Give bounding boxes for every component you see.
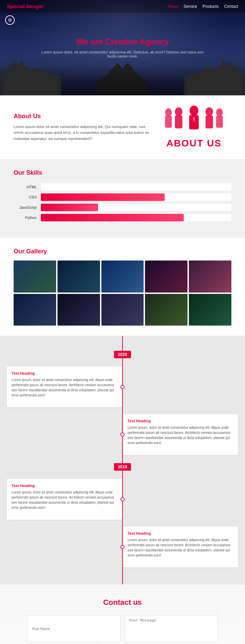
about-heading: About Us bbox=[14, 113, 150, 120]
timeline-empty bbox=[0, 523, 106, 571]
svg-point-2 bbox=[175, 107, 182, 116]
skill-bar-fill-python bbox=[41, 214, 184, 221]
timeline-card-body: Lorem ipsum, dolor sit amet consectetur … bbox=[12, 377, 117, 398]
svg-rect-1 bbox=[165, 116, 172, 128]
svg-point-9 bbox=[216, 108, 223, 116]
gallery-item[interactable] bbox=[58, 261, 100, 293]
logo-special: Special bbox=[7, 3, 25, 9]
navbar: Special Desgin About Service Products Co… bbox=[0, 0, 245, 13]
skill-bar-bg-python bbox=[41, 214, 231, 221]
nav-service[interactable]: Service bbox=[183, 4, 197, 9]
logo-design: Desgin bbox=[25, 3, 43, 9]
skills-heading: Our Skills bbox=[14, 169, 231, 176]
timeline-card: Test Heading Lorem ipsum, dolor sit amet… bbox=[123, 414, 238, 455]
gallery-item[interactable] bbox=[145, 294, 187, 326]
gallery-item[interactable] bbox=[101, 261, 144, 293]
skill-bar-bg-js bbox=[41, 204, 231, 211]
gallery-item[interactable] bbox=[101, 294, 144, 326]
timeline-card-heading: Test Heading bbox=[128, 531, 233, 535]
timeline-card-heading: Test Heading bbox=[12, 371, 117, 375]
gallery-item[interactable] bbox=[189, 261, 231, 293]
contact-form: Send bbox=[27, 615, 218, 644]
people-icon bbox=[160, 106, 228, 136]
hero-wolves bbox=[0, 54, 245, 95]
timeline-dot bbox=[120, 545, 125, 549]
message-input[interactable] bbox=[125, 615, 218, 642]
skills-section: Our Skills HTML CSS JavaScript Python bbox=[0, 159, 245, 238]
timeline-card: Test Heading Lorem ipsum, dolor sit amet… bbox=[7, 366, 122, 407]
nav-contact[interactable]: Contact bbox=[224, 4, 238, 9]
gallery-heading: Our Gallery bbox=[14, 248, 231, 255]
gallery-grid bbox=[14, 261, 231, 326]
gallery-item[interactable] bbox=[189, 294, 231, 326]
skill-label-css: CSS bbox=[14, 195, 41, 199]
timeline-card-heading: Test Heading bbox=[128, 419, 233, 423]
timeline-dot bbox=[120, 497, 125, 501]
gallery-section: Our Gallery bbox=[0, 238, 245, 336]
timeline-section: 2020 Test Heading Lorem ipsum, dolor sit… bbox=[0, 336, 245, 584]
svg-rect-3 bbox=[175, 115, 182, 128]
skill-html: HTML bbox=[14, 183, 231, 191]
about-text: About Us Lorem ipsum dolor sit amet cons… bbox=[14, 113, 157, 142]
gallery-item[interactable] bbox=[58, 294, 100, 326]
skill-css: CSS bbox=[14, 193, 231, 201]
timeline-empty bbox=[0, 411, 106, 458]
nav-about[interactable]: About bbox=[167, 4, 178, 9]
year-2019-badge: 2019 bbox=[114, 463, 131, 471]
year-2020-spacer: 2020 bbox=[0, 349, 245, 360]
contact-row-1 bbox=[27, 615, 218, 642]
svg-rect-8 bbox=[206, 115, 213, 128]
gallery-item[interactable] bbox=[14, 294, 56, 326]
wolf-left-icon bbox=[0, 58, 61, 95]
timeline-card-body: Lorem ipsum, dolor sit amet consectetur … bbox=[12, 490, 117, 510]
about-body: Lorem ipsum dolor sit amet consectetur a… bbox=[14, 124, 150, 142]
svg-rect-10 bbox=[216, 116, 223, 128]
hero-text: We are Creative Agency Lorem ipsum dolor… bbox=[37, 37, 208, 58]
skill-label-python: Python bbox=[14, 216, 41, 220]
svg-point-0 bbox=[165, 108, 172, 116]
timeline-card-body: Lorem ipsum, dolor sit amet consectetur … bbox=[128, 425, 233, 445]
timeline-card-body: Lorem ipsum, dolor sit amet consectetur … bbox=[128, 537, 233, 558]
skill-js: JavaScript bbox=[14, 204, 231, 211]
timeline-dot bbox=[120, 433, 125, 437]
skill-label-html: HTML bbox=[14, 185, 41, 189]
timeline-dot bbox=[120, 385, 125, 389]
year-2020-badge: 2020 bbox=[114, 351, 131, 358]
contact-heading: Contact us bbox=[14, 598, 231, 607]
wolf-mid-icon bbox=[97, 61, 148, 95]
wolf-right-icon bbox=[184, 58, 245, 95]
skill-bar-fill-js bbox=[41, 204, 98, 211]
timeline-card-heading: Test Heading bbox=[12, 484, 117, 488]
timeline-empty bbox=[139, 363, 245, 411]
skill-label-js: JavaScript bbox=[14, 205, 41, 209]
about-us-text: ABOUT US bbox=[166, 138, 222, 149]
svg-point-4 bbox=[190, 106, 198, 116]
skill-python: Python bbox=[14, 214, 231, 221]
timeline-empty bbox=[139, 475, 245, 523]
hero-title: We are Creative Agency bbox=[37, 37, 208, 47]
logo[interactable]: Special Desgin bbox=[7, 3, 43, 9]
about-section: About Us Lorem ipsum dolor sit amet cons… bbox=[0, 95, 245, 159]
nav-links: About Service Products Contact bbox=[167, 4, 238, 9]
gallery-item[interactable] bbox=[14, 261, 56, 293]
timeline-card: Test Heading Lorem ipsum, dolor sit amet… bbox=[123, 527, 238, 567]
settings-icon[interactable]: ⚙ bbox=[5, 15, 15, 25]
skill-bar-fill-css bbox=[41, 193, 165, 201]
year-2019-spacer: 2019 bbox=[0, 462, 245, 472]
svg-point-7 bbox=[206, 107, 213, 116]
hero-subtitle: Lorem ipsum dolor, sit amet consectetur … bbox=[37, 50, 208, 58]
hero-section: We are Creative Agency Lorem ipsum dolor… bbox=[0, 0, 245, 95]
nav-products[interactable]: Products bbox=[202, 4, 218, 9]
skill-bar-bg-html bbox=[41, 183, 231, 191]
name-input[interactable] bbox=[27, 615, 120, 642]
about-logo: ABOUT US bbox=[157, 106, 231, 149]
skill-bar-bg-css bbox=[41, 193, 231, 201]
contact-section: Contact us Send bbox=[0, 584, 245, 644]
gallery-item[interactable] bbox=[145, 261, 187, 293]
timeline-card: Test Heading Lorem ipsum, dolor sit amet… bbox=[7, 479, 122, 520]
